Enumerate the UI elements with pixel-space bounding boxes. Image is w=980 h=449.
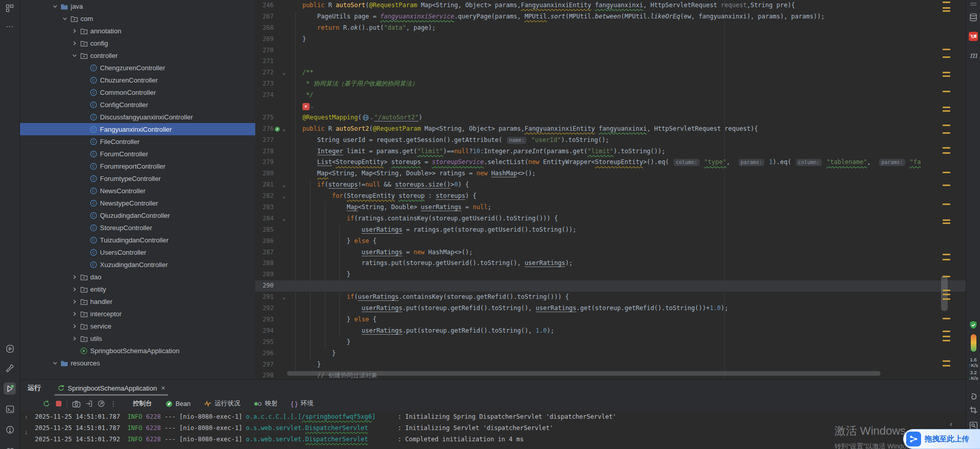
code-line-281[interactable]: 281⌄ if(storeups!=null && storeups.size(…: [255, 179, 966, 191]
code-line-297[interactable]: 297 }: [255, 359, 966, 371]
fold-chevron-icon[interactable]: ⌄: [280, 124, 288, 135]
chevron-right-icon[interactable]: [70, 322, 79, 330]
tree-item-DiscussfangyuanxinxiController[interactable]: CDiscussfangyuanxinxiController: [20, 111, 255, 123]
chevron-right-icon[interactable]: [70, 297, 79, 305]
tree-item-ForumtypeController[interactable]: CForumtypeController: [20, 172, 255, 185]
code-line-275[interactable]: 275 @RequestMapping(⌄"/autoSort2"): [255, 112, 966, 124]
warning-stripe-mark[interactable]: [943, 56, 950, 58]
tree-item-resources[interactable]: resources: [20, 357, 255, 369]
code-line-289[interactable]: 289 }: [255, 269, 966, 280]
warning-stripe-mark[interactable]: [943, 132, 950, 134]
warning-stripe-mark[interactable]: [943, 294, 950, 295]
tree-item-StoreupController[interactable]: CStoreupController: [20, 221, 255, 234]
services-icon[interactable]: [4, 342, 16, 355]
shield-check-icon[interactable]: [968, 320, 979, 330]
code-line-276[interactable]: 276⌄ public R autoSort2(@RequestParam Ma…: [255, 124, 966, 135]
terminal-icon[interactable]: [4, 403, 16, 415]
code-line-278[interactable]: 278 Integer limit = params.get("limit")=…: [255, 146, 966, 157]
dump-icon[interactable]: [95, 399, 107, 409]
close-icon[interactable]: ×: [161, 384, 165, 392]
console-tab-控制台[interactable]: 控制台: [126, 396, 159, 411]
code-line-293[interactable]: 293 } else {: [255, 314, 966, 325]
editor-error-stripe[interactable]: [940, 0, 952, 379]
chevron-down-icon[interactable]: [51, 359, 59, 367]
drag-upload-button[interactable]: 拖拽至此上传: [903, 429, 980, 449]
code-line-267[interactable]: 267 PageUtils page = fangyuanxinxiServic…: [255, 11, 966, 23]
chevron-down-icon[interactable]: [60, 14, 69, 23]
tree-item-UsersController[interactable]: CUsersController: [20, 246, 255, 258]
feisuan-plugin-icon[interactable]: 飞算: [968, 32, 979, 41]
tree-item-CommonController[interactable]: CCommonController: [20, 86, 255, 98]
warning-stripe-mark[interactable]: [943, 185, 950, 186]
tree-item-ChengzurenController[interactable]: CChengzurenController: [20, 62, 255, 74]
code-line-277[interactable]: 277 String userId = request.getSession()…: [255, 135, 966, 146]
code-line-274[interactable]: 274 */: [255, 90, 966, 101]
warning-stripe-mark[interactable]: [943, 2, 950, 3]
console-tab-环境[interactable]: { }环境: [284, 396, 320, 411]
warning-stripe-mark[interactable]: [943, 360, 950, 362]
tree-item-service[interactable]: service: [20, 320, 255, 332]
warning-stripe-mark[interactable]: [943, 7, 950, 9]
tree-item-controller[interactable]: controller: [20, 49, 255, 62]
fold-chevron-icon[interactable]: ⌄: [280, 179, 288, 191]
globe-icon[interactable]: [362, 112, 370, 124]
warning-stripe-mark[interactable]: [943, 290, 950, 291]
problems-icon[interactable]: [4, 423, 16, 436]
code-line-292[interactable]: 292 userRatings.put(storeup.getRefid().t…: [255, 303, 966, 314]
up-arrow-icon[interactable]: ↑: [25, 413, 28, 421]
tree-item-ChuzurenController[interactable]: CChuzurenController: [20, 74, 255, 86]
code-line-287[interactable]: 287 userRatings = new HashMap<>();: [255, 247, 966, 258]
editor-horizontal-scrollbar[interactable]: [287, 371, 881, 376]
chevron-right-icon[interactable]: [70, 273, 79, 281]
run-config-tab[interactable]: SpringbootSchemaApplication ×: [52, 380, 170, 396]
warning-stripe-mark[interactable]: [943, 107, 950, 108]
console-tab-Bean[interactable]: Bean: [159, 396, 197, 411]
console-output[interactable]: ↑ ↓ 2025-11-25 14:51:01.787 INFO 6228 --…: [20, 411, 966, 449]
warning-stripe-mark[interactable]: [943, 49, 950, 50]
tree-item-TuizudingdanController[interactable]: CTuizudingdanController: [20, 234, 255, 246]
tree-item-XuzudingdanController[interactable]: CXuzudingdanController: [20, 258, 255, 271]
code-line-290[interactable]: 290: [255, 280, 966, 292]
project-tree-panel[interactable]: javacomannotationconfigcontrollerCChengz…: [20, 0, 256, 379]
warning-stripe-mark[interactable]: [943, 259, 950, 260]
code-line-295[interactable]: 295 }: [255, 337, 966, 348]
code-line-284[interactable]: 284⌄ if(ratings.containsKey(storeup.getU…: [255, 213, 966, 224]
code-line-269[interactable]: 269 }: [255, 34, 966, 45]
code-line-288[interactable]: 288 ratings.put(storeup.getUserid().toSt…: [255, 258, 966, 269]
more-horizontal-icon[interactable]: ⋯: [4, 21, 16, 33]
tree-item-dao[interactable]: dao: [20, 271, 255, 283]
stop-icon[interactable]: [53, 399, 64, 409]
code-line-inlay[interactable]: ≋⌄: [255, 101, 966, 112]
fold-chevron-icon[interactable]: ⌄: [280, 213, 288, 224]
gauge-pill-icon[interactable]: [968, 334, 979, 352]
warning-stripe-mark[interactable]: [943, 365, 950, 366]
tree-item-QiuzudingdanController[interactable]: CQiuzudingdanController: [20, 209, 255, 221]
code-editor[interactable]: 246 public R autoSort(@RequestParam Map<…: [255, 0, 966, 379]
code-line-291[interactable]: 291⌄ if(userRatings.containsKey(storeup.…: [255, 292, 966, 303]
warning-stripe-mark[interactable]: [943, 219, 950, 221]
chevron-down-icon[interactable]: [51, 2, 59, 10]
code-line-271[interactable]: 271: [255, 56, 966, 67]
warning-stripe-mark[interactable]: [943, 203, 950, 205]
fold-chevron-icon[interactable]: ⌄: [280, 191, 288, 202]
commit-partial-icon[interactable]: [4, 443, 16, 449]
tree-item-handler[interactable]: handler: [20, 295, 255, 308]
structure-icon[interactable]: [4, 2, 16, 14]
chevron-right-icon[interactable]: [70, 285, 79, 293]
warning-stripe-mark[interactable]: [943, 10, 950, 12]
tree-item-com[interactable]: com: [20, 12, 255, 25]
warning-stripe-mark[interactable]: [943, 75, 950, 77]
assistant-swirl-icon[interactable]: [968, 393, 979, 401]
tree-item-annotation[interactable]: annotation: [20, 25, 255, 37]
chevron-right-icon[interactable]: [70, 310, 79, 318]
tree-item-NewstypeController[interactable]: CNewstypeController: [20, 197, 255, 209]
console-tab-运行状况[interactable]: 运行状况: [197, 396, 247, 411]
code-lines[interactable]: 246 public R autoSort(@RequestParam Map<…: [255, 0, 966, 379]
down-arrow-icon[interactable]: ↓: [25, 428, 28, 436]
fold-chevron-icon[interactable]: ⌄: [280, 67, 288, 78]
code-line-285[interactable]: 285 userRatings = ratings.get(storeup.ge…: [255, 224, 966, 236]
editor-vertical-scrollbar[interactable]: [941, 275, 948, 311]
bean-icon[interactable]: [274, 124, 280, 135]
code-line-280[interactable]: 280 Map<String, Map<String, Double>> rat…: [255, 168, 966, 179]
tree-item-FangyuanxinxiController[interactable]: CFangyuanxinxiController: [20, 123, 255, 135]
